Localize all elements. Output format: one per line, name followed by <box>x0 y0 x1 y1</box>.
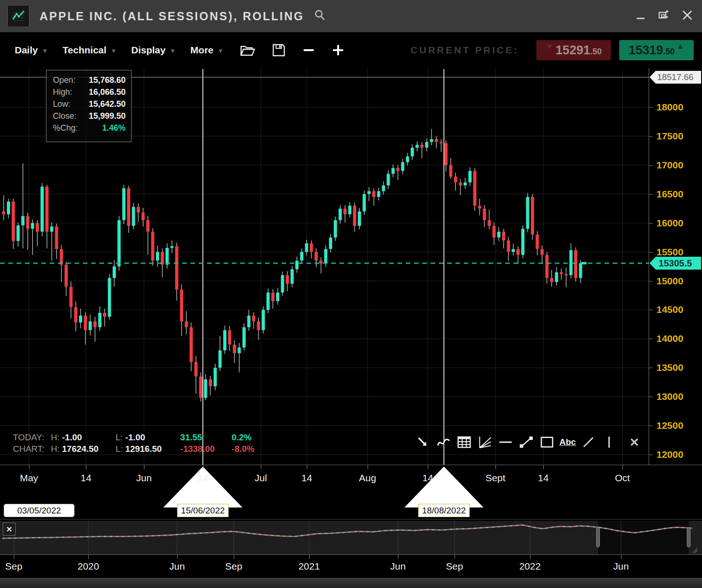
close-button[interactable] <box>681 9 694 23</box>
event-arrow <box>404 467 483 507</box>
candle <box>319 260 322 263</box>
candle <box>526 197 529 229</box>
x-axis-tick <box>203 465 203 469</box>
save-icon[interactable] <box>271 43 286 58</box>
restore-button[interactable] <box>657 8 671 24</box>
candle <box>146 220 150 231</box>
chart-change-pct: -8.0% <box>232 444 270 454</box>
x-axis-label: 14 <box>538 473 548 484</box>
y-axis-label: 16500 <box>656 189 683 200</box>
menu-display[interactable]: Display ▼ <box>131 45 176 56</box>
candle <box>26 216 29 229</box>
candle <box>310 243 313 252</box>
minimize-button[interactable] <box>635 9 647 23</box>
candle <box>517 249 520 255</box>
x-axis-label: Sept <box>485 473 505 484</box>
fan-lines-tool-icon[interactable] <box>478 435 492 450</box>
y-axis-label: 13500 <box>656 362 683 373</box>
rectangle-tool-icon[interactable] <box>540 435 554 450</box>
overview-selection-handle[interactable] <box>597 528 600 547</box>
price-axis[interactable]: 1800017500170001650016000155001500014500… <box>649 68 702 465</box>
search-icon[interactable] <box>313 9 326 23</box>
grid-tool-icon[interactable] <box>457 435 472 450</box>
candle <box>252 316 255 322</box>
y-axis-tick <box>649 368 653 368</box>
bid-price[interactable]: ▼ 15291 .50 <box>536 40 611 60</box>
text-tool[interactable]: Abc <box>560 435 575 450</box>
candle <box>219 351 222 368</box>
x-axis-tick <box>144 465 144 469</box>
candle <box>372 191 375 197</box>
candle <box>411 148 414 156</box>
candle <box>2 212 6 214</box>
candle <box>103 313 106 317</box>
candle <box>464 183 467 185</box>
candle <box>228 330 231 344</box>
candle <box>305 243 308 252</box>
x-axis-label: 14 <box>81 473 91 484</box>
menu-daily[interactable]: Daily ▼ <box>15 45 48 56</box>
x-axis-tick <box>261 465 261 469</box>
overview-close-button[interactable]: ✕ <box>3 523 16 536</box>
drawing-toolbar: Abc <box>415 435 642 450</box>
chart-change: -1338.00 <box>180 444 224 454</box>
candle <box>329 237 332 249</box>
menu-more[interactable]: More ▼ <box>190 45 224 56</box>
menu-technical[interactable]: Technical ▼ <box>63 45 116 56</box>
overview-time-axis: Sep2020JunSep2021JunSep2022Jun <box>0 554 702 578</box>
overview-axis-tick <box>88 555 89 559</box>
candle <box>132 207 135 226</box>
chevron-down-icon: ▼ <box>170 46 176 54</box>
candle <box>358 212 361 226</box>
candle <box>468 171 472 182</box>
overview-axis-tick <box>398 555 398 559</box>
y-axis-tick <box>649 194 653 195</box>
candle <box>46 186 49 231</box>
y-axis-tick <box>649 165 653 166</box>
open-folder-icon[interactable] <box>239 43 256 57</box>
curve-tool-icon[interactable] <box>436 435 451 450</box>
overview-selection[interactable] <box>598 521 689 554</box>
candle <box>439 142 443 144</box>
overview-chart[interactable] <box>0 521 702 554</box>
candle <box>368 191 371 194</box>
close-drawing-toolbar-icon[interactable] <box>627 435 642 450</box>
last-price-tag: 15305.5 <box>650 257 701 270</box>
candle <box>425 142 428 148</box>
y-axis-label: 12500 <box>656 420 683 431</box>
resize-handle <box>693 548 697 553</box>
candle <box>324 249 328 263</box>
overview-axis-tick <box>14 555 14 559</box>
window-bottom-strip <box>0 578 702 588</box>
zoom-in-button[interactable] <box>331 43 345 57</box>
x-axis-label: Oct <box>615 473 630 484</box>
candle <box>180 289 183 321</box>
candle <box>348 206 351 214</box>
y-axis-tick <box>649 455 653 455</box>
pointer-arrow-icon[interactable] <box>415 435 430 450</box>
trend-line-tool-icon[interactable] <box>519 435 534 450</box>
candle <box>420 145 424 148</box>
reference-high-tag: 18517.66 <box>650 71 701 84</box>
candle <box>396 168 399 171</box>
candle <box>185 322 188 328</box>
vertical-line-tool-icon[interactable] <box>602 435 616 450</box>
diagonal-line-tool-icon[interactable] <box>581 435 596 450</box>
overview-selection-handle[interactable] <box>687 528 690 547</box>
candle <box>339 208 342 220</box>
ask-price[interactable]: 15319 .50 ▲ <box>619 40 694 60</box>
zoom-out-button[interactable] <box>302 43 316 57</box>
candle <box>521 229 524 255</box>
candle <box>17 225 20 241</box>
y-axis-tick <box>649 426 653 426</box>
candle <box>175 246 178 289</box>
overview-axis-label: 2020 <box>78 561 99 572</box>
horizontal-line-tool-icon[interactable] <box>498 435 513 450</box>
y-axis-label: 12000 <box>656 449 683 460</box>
x-axis-label: Jun <box>136 473 152 484</box>
x-axis-tick <box>428 465 428 469</box>
event-arrows <box>0 465 649 519</box>
y-axis-label: 17000 <box>656 160 683 171</box>
time-axis[interactable]: 03/05/2022 May14Jun14Jul14Aug14Sept14Oct… <box>0 465 702 519</box>
today-change-pct: 0.2% <box>232 432 270 443</box>
